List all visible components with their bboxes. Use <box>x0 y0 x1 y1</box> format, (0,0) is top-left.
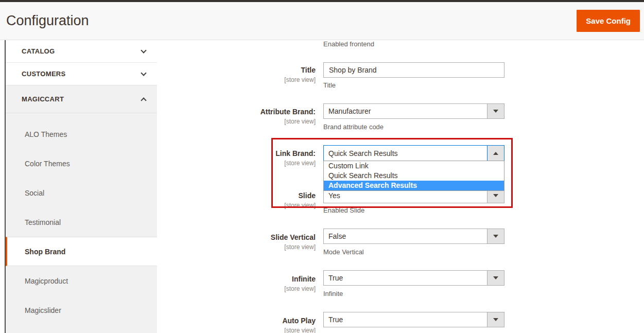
slide-vertical-comment: Mode Vertical <box>323 248 364 256</box>
caret-down-icon <box>493 318 498 321</box>
chevron-up-icon <box>141 97 146 103</box>
auto-play-select[interactable]: True <box>323 312 504 327</box>
slide-vertical-field-label: Slide Vertical [store view] <box>157 233 316 252</box>
sidebar-section-label: MAGICCART <box>22 95 64 103</box>
caret-down-icon <box>493 276 498 279</box>
infinite-comment: Infinite <box>323 290 343 297</box>
select-arrow-button[interactable] <box>487 146 504 161</box>
field-label: Auto Play <box>157 316 316 325</box>
select-arrow-button[interactable] <box>487 271 504 285</box>
select-arrow-button[interactable] <box>487 229 504 243</box>
chevron-down-icon <box>141 47 146 53</box>
sidebar-item-magicslider[interactable]: Magicslider <box>6 295 157 325</box>
field-scope: [store view] <box>157 159 316 168</box>
sidebar-item-color-themes[interactable]: Color Themes <box>6 149 157 178</box>
infinite-select[interactable]: True <box>323 270 504 286</box>
link-brand-select[interactable]: Quick Search Results <box>323 145 504 161</box>
select-arrow-button[interactable] <box>487 312 504 327</box>
select-value: True <box>324 274 487 282</box>
attribute-brand-comment: Brand attribute code <box>323 123 384 131</box>
select-value: Yes <box>324 191 487 200</box>
dropdown-option-custom-link[interactable]: Custom Link <box>324 161 504 171</box>
slide-vertical-select[interactable]: False <box>323 229 504 244</box>
caret-down-icon <box>493 110 498 113</box>
caret-up-icon <box>493 152 498 155</box>
config-sidebar: CATALOG CUSTOMERS MAGICCART ALO Themes C… <box>6 40 157 333</box>
sidebar-item-testimonial[interactable]: Testimonial <box>6 207 157 237</box>
dropdown-option-quick-search-results[interactable]: Quick Search Results <box>324 171 504 181</box>
title-field-label: Title [store view] <box>157 65 316 84</box>
dropdown-option-advanced-search-results[interactable]: Advanced Search Results <box>324 181 504 190</box>
field-label: Slide Vertical <box>157 233 316 242</box>
select-value: False <box>324 232 487 240</box>
link-brand-dropdown-list: Custom Link Quick Search Results Advance… <box>323 161 504 191</box>
field-label: Slide <box>157 191 316 200</box>
caret-down-icon <box>493 194 498 197</box>
attribute-brand-select[interactable]: Manufacturer <box>323 103 504 119</box>
link-brand-field-label: Link Brand: [store view] <box>157 149 316 168</box>
field-label: Link Brand: <box>157 149 316 158</box>
title-comment: Title <box>323 81 336 89</box>
sidebar-section-catalog[interactable]: CATALOG <box>6 40 157 63</box>
field-scope: [store view] <box>157 117 316 126</box>
sidebar-item-magicproduct[interactable]: Magicproduct <box>6 266 157 295</box>
sidebar-subitems: ALO Themes Color Themes Social Testimoni… <box>6 113 157 333</box>
field-scope: [store view] <box>157 284 316 293</box>
page-title: Configuration <box>6 13 89 29</box>
field-scope: [store view] <box>157 75 316 84</box>
configuration-page: Configuration Save Config CATALOG CUSTOM… <box>0 0 644 333</box>
select-value: True <box>324 316 487 324</box>
field-scope: [store view] <box>157 326 316 333</box>
sidebar-section-label: CUSTOMERS <box>22 70 66 78</box>
select-value: Manufacturer <box>324 107 487 115</box>
enabled-frontend-comment: Enabled frontend <box>323 40 374 48</box>
field-scope: [store view] <box>157 242 316 252</box>
save-config-button[interactable]: Save Config <box>577 10 640 32</box>
sidebar-section-magiccart[interactable]: MAGICCART <box>6 85 157 113</box>
sidebar-section-customers[interactable]: CUSTOMERS <box>6 63 157 85</box>
field-scope: [store view] <box>157 201 316 210</box>
sidebar-item-social[interactable]: Social <box>6 178 157 207</box>
sidebar-section-label: CATALOG <box>22 47 55 55</box>
title-input[interactable] <box>323 62 504 78</box>
auto-play-field-label: Auto Play [store view] <box>157 316 316 333</box>
page-header: Configuration Save Config <box>0 2 644 40</box>
slide-field-label: Slide [store view] <box>157 191 316 210</box>
slide-comment: Enabled Slide <box>323 206 364 214</box>
field-label: Title <box>157 65 316 75</box>
field-label: Attribute Brand: <box>157 107 316 116</box>
attribute-brand-field-label: Attribute Brand: [store view] <box>157 107 316 126</box>
sidebar-item-shop-brand[interactable]: Shop Brand <box>6 237 157 266</box>
sidebar-item-alo-themes[interactable]: ALO Themes <box>6 119 157 149</box>
infinite-field-label: Infinite [store view] <box>157 274 316 293</box>
select-arrow-button[interactable] <box>487 104 504 118</box>
field-label: Infinite <box>157 274 316 284</box>
chevron-down-icon <box>141 70 146 76</box>
select-value: Quick Search Results <box>324 149 487 157</box>
caret-down-icon <box>493 235 498 238</box>
